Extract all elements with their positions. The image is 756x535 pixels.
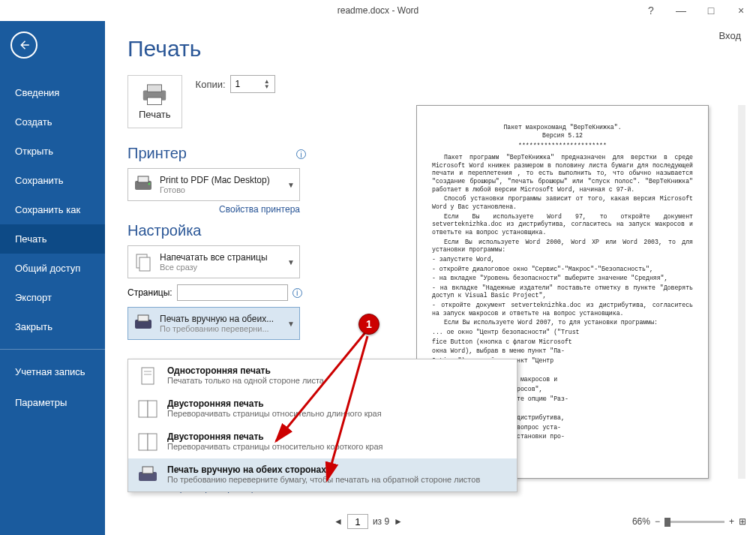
chevron-down-icon: ▼ [287, 320, 295, 328]
page-flip-long-icon [136, 398, 160, 419]
printer-name: Print to PDF (Mac Desktop) [160, 175, 281, 185]
duplex-option-long[interactable]: Двусторонняя печатьПереворачивать страни… [128, 392, 517, 425]
sidebar-item-new[interactable]: Создать [0, 107, 105, 137]
printer-selector[interactable]: Print to PDF (Mac Desktop) Готово ▼ [128, 168, 300, 201]
page-of-label: из 9 [373, 516, 389, 527]
svg-rect-2 [148, 98, 162, 105]
sidebar-item-info[interactable]: Сведения [0, 78, 105, 107]
chevron-down-icon: ▼ [287, 258, 295, 266]
svg-rect-7 [140, 257, 150, 271]
restore-icon[interactable]: □ [696, 0, 726, 21]
info-icon[interactable]: i [296, 149, 306, 159]
svg-rect-14 [148, 401, 157, 417]
print-range-selector[interactable]: Напечатать все страницы Все сразу ▼ [128, 245, 300, 278]
sidebar-item-saveas[interactable]: Сохранить как [0, 195, 105, 224]
pages-icon [133, 251, 154, 272]
duplex-option-short[interactable]: Двусторонняя печатьПереворачивать страни… [128, 425, 517, 458]
svg-rect-15 [139, 434, 148, 450]
zoom-slider[interactable] [664, 521, 724, 523]
duplex-dropdown: Односторонняя печатьПечатать только на о… [128, 359, 518, 492]
zoom-in-button[interactable]: + [729, 516, 734, 527]
sidebar-item-account[interactable]: Учетная запись [0, 357, 105, 388]
copies-value: 1 [236, 79, 241, 89]
svg-rect-10 [142, 368, 154, 384]
window-title: readme.docx - Word [338, 5, 419, 16]
sidebar: Сведения Создать Открыть Сохранить Сохра… [0, 21, 105, 535]
sidebar-item-open[interactable]: Открыть [0, 137, 105, 166]
page-flip-short-icon [136, 431, 160, 452]
sidebar-item-export[interactable]: Экспорт [0, 283, 105, 312]
preview-bottom-bar: ◄ из 9 ► 66% − + ⊞ [334, 514, 746, 529]
print-range-title: Напечатать все страницы [160, 252, 281, 263]
pages-label: Страницы: [128, 287, 172, 298]
svg-rect-16 [148, 434, 157, 450]
duplex-sub: По требованию переверни... [160, 324, 281, 333]
zoom-out-button[interactable]: − [655, 516, 660, 527]
help-icon[interactable]: ? [636, 0, 666, 21]
pages-input[interactable] [177, 284, 288, 301]
copies-label: Копии: [196, 79, 226, 90]
sidebar-item-options[interactable]: Параметры [0, 388, 105, 417]
page-num-input[interactable] [347, 514, 368, 529]
print-range-sub: Все сразу [160, 263, 281, 272]
back-button[interactable] [10, 32, 38, 59]
printer-props-link[interactable]: Свойства принтера [219, 204, 300, 215]
fit-page-icon[interactable]: ⊞ [739, 516, 746, 527]
svg-rect-13 [139, 401, 148, 417]
printer-status: Готово [160, 185, 281, 194]
sidebar-item-save[interactable]: Сохранить [0, 166, 105, 195]
preview-scrollbar[interactable] [738, 105, 746, 479]
svg-rect-9 [138, 315, 148, 321]
duplex-title: Печать вручную на обеих... [160, 314, 281, 324]
printer-device-icon [133, 174, 154, 195]
sidebar-item-print[interactable]: Печать [0, 224, 105, 254]
info-icon[interactable]: i [292, 288, 302, 298]
printer-icon [140, 83, 169, 104]
svg-point-5 [148, 183, 151, 185]
duplex-option-manual[interactable]: Печать вручную на обеих сторонахПо требо… [128, 458, 517, 491]
duplex-icon [133, 313, 154, 334]
minimize-icon[interactable]: — [666, 0, 696, 21]
page-title: Печать [128, 36, 741, 62]
next-page-button[interactable]: ► [394, 516, 403, 527]
sidebar-item-share[interactable]: Общий доступ [0, 254, 105, 283]
duplex-selector[interactable]: Печать вручную на обеих... По требованию… [128, 307, 300, 340]
titlebar: readme.docx - Word ? — □ × [0, 0, 756, 21]
chevron-down-icon: ▼ [287, 181, 295, 189]
page-single-icon [136, 365, 160, 386]
print-button-label: Печать [139, 109, 171, 120]
printer-manual-icon [136, 464, 160, 485]
callout-badge: 1 [358, 314, 380, 335]
svg-rect-18 [142, 467, 153, 473]
zoom-level: 66% [632, 516, 650, 527]
duplex-option-single[interactable]: Односторонняя печатьПечатать только на о… [128, 359, 517, 392]
close-icon[interactable]: × [726, 0, 756, 21]
print-button[interactable]: Печать [128, 75, 182, 128]
prev-page-button[interactable]: ◄ [334, 516, 343, 527]
svg-rect-4 [138, 176, 148, 182]
copies-spinner[interactable]: 1 ▲▼ [230, 75, 275, 93]
svg-rect-1 [148, 85, 162, 92]
sidebar-item-close[interactable]: Закрыть [0, 312, 105, 341]
